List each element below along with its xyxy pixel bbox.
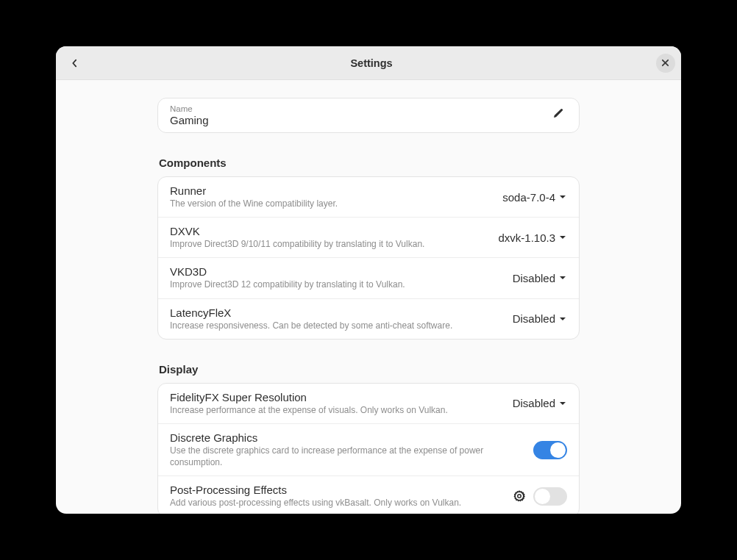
post-processing-toggle[interactable] bbox=[533, 487, 567, 506]
panel: Name Gaming Components Runner The versio… bbox=[157, 98, 580, 514]
row-vkd3d[interactable]: VKD3D Improve Direct3D 12 compatibility … bbox=[158, 258, 579, 298]
content-area: Name Gaming Components Runner The versio… bbox=[56, 80, 681, 514]
vkd3d-dropdown[interactable]: Disabled bbox=[513, 272, 567, 284]
row-post-processing: Post-Processing Effects Add various post… bbox=[158, 476, 579, 514]
row-runner-title: Runner bbox=[170, 184, 494, 197]
display-group: FidelityFX Super Resolution Increase per… bbox=[157, 383, 580, 514]
discrete-graphics-toggle[interactable] bbox=[533, 441, 567, 459]
fsr-value: Disabled bbox=[513, 397, 555, 409]
name-label: Name bbox=[170, 104, 549, 113]
chevron-down-icon bbox=[558, 273, 567, 282]
row-dxvk-title: DXVK bbox=[170, 225, 489, 237]
chevron-down-icon bbox=[558, 233, 567, 242]
row-discrete-graphics: Discrete Graphics Use the discrete graph… bbox=[158, 424, 579, 476]
back-button[interactable] bbox=[62, 51, 87, 76]
post-processing-settings-button[interactable] bbox=[513, 489, 526, 503]
dxvk-value: dxvk-1.10.3 bbox=[498, 231, 555, 244]
row-fsr-desc: Increase performance at the expense of v… bbox=[170, 404, 504, 416]
row-postproc-desc: Add various post-processing effects usin… bbox=[170, 497, 504, 509]
vkd3d-value: Disabled bbox=[513, 272, 555, 284]
close-icon bbox=[661, 59, 669, 67]
row-dxvk[interactable]: DXVK Improve Direct3D 9/10/11 compatibil… bbox=[158, 218, 579, 258]
close-button[interactable] bbox=[656, 54, 675, 73]
row-vkd3d-desc: Improve Direct3D 12 compatibility by tra… bbox=[170, 279, 504, 290]
row-postproc-title: Post-Processing Effects bbox=[170, 484, 504, 496]
row-runner[interactable]: Runner The version of the Wine compatibi… bbox=[158, 177, 579, 218]
headerbar: Settings bbox=[56, 46, 681, 80]
row-fsr-title: FidelityFX Super Resolution bbox=[170, 391, 504, 403]
chevron-down-icon bbox=[558, 399, 567, 408]
row-latencyflex-desc: Increase responsiveness. Can be detected… bbox=[170, 320, 504, 331]
latencyflex-value: Disabled bbox=[513, 312, 555, 325]
row-vkd3d-title: VKD3D bbox=[170, 265, 504, 278]
row-latencyflex[interactable]: LatencyFleX Increase responsiveness. Can… bbox=[158, 299, 579, 339]
runner-dropdown[interactable]: soda-7.0-4 bbox=[502, 191, 567, 204]
row-runner-desc: The version of the Wine compatibility la… bbox=[170, 198, 494, 209]
page-title: Settings bbox=[350, 57, 392, 69]
edit-name-button[interactable] bbox=[549, 108, 567, 123]
row-fsr[interactable]: FidelityFX Super Resolution Increase per… bbox=[158, 384, 579, 424]
section-components-title: Components bbox=[157, 157, 580, 169]
gear-icon bbox=[513, 490, 525, 502]
name-field-card[interactable]: Name Gaming bbox=[157, 98, 580, 133]
settings-window: Settings Name Gaming Components Runner bbox=[56, 46, 681, 514]
chevron-down-icon bbox=[558, 315, 567, 323]
dxvk-dropdown[interactable]: dxvk-1.10.3 bbox=[498, 231, 567, 244]
section-display-title: Display bbox=[157, 363, 580, 376]
name-field-text: Name Gaming bbox=[170, 104, 549, 126]
chevron-left-icon bbox=[69, 58, 79, 68]
runner-value: soda-7.0-4 bbox=[502, 191, 555, 204]
name-value: Gaming bbox=[170, 114, 549, 126]
latencyflex-dropdown[interactable]: Disabled bbox=[513, 312, 567, 325]
row-dxvk-desc: Improve Direct3D 9/10/11 compatibility b… bbox=[170, 238, 489, 250]
row-discrete-title: Discrete Graphics bbox=[170, 431, 524, 444]
components-group: Runner The version of the Wine compatibi… bbox=[157, 176, 580, 340]
chevron-down-icon bbox=[558, 193, 567, 201]
row-latencyflex-title: LatencyFleX bbox=[170, 306, 504, 319]
row-discrete-desc: Use the discrete graphics card to increa… bbox=[170, 445, 524, 468]
fsr-dropdown[interactable]: Disabled bbox=[513, 397, 567, 409]
pencil-icon bbox=[552, 108, 564, 120]
